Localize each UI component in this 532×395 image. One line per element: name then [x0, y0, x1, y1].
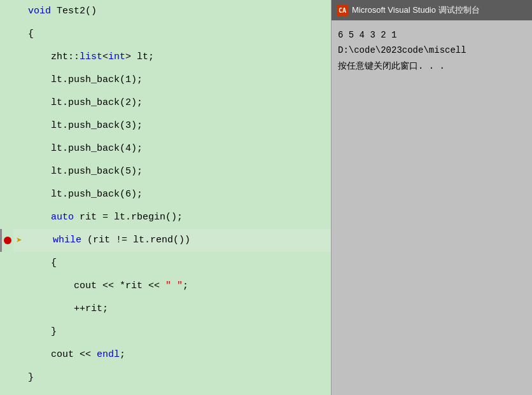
token: lt.push_back(2);	[51, 97, 143, 108]
token: int	[108, 52, 125, 62]
token: ;	[183, 281, 188, 291]
current-line-arrow	[11, 206, 23, 229]
breakpoint-area[interactable]	[2, 229, 13, 252]
token: while	[53, 235, 87, 246]
token: ;	[120, 349, 125, 360]
code-line: lt.push_back(5);	[0, 160, 331, 183]
breakpoint-area[interactable]	[0, 366, 11, 389]
current-line-arrow	[11, 298, 23, 321]
code-line: auto rit = lt.rbegin();	[0, 206, 331, 229]
console-output-line: 按任意键关闭此窗口. . .	[338, 59, 526, 73]
code-line: }	[0, 321, 331, 343]
current-line-arrow	[11, 114, 23, 137]
line-content: lt.push_back(1);	[23, 69, 143, 92]
code-line: ++rit;	[0, 298, 331, 321]
code-line: lt.push_back(1);	[0, 69, 331, 92]
code-line: lt.push_back(2);	[0, 92, 331, 114]
breakpoint-area[interactable]	[0, 23, 11, 46]
breakpoint-area[interactable]	[0, 183, 11, 206]
code-line: }	[0, 366, 331, 389]
breakpoint-area[interactable]	[0, 0, 11, 23]
code-line: ➤while (rit != lt.rend())	[0, 229, 331, 252]
breakpoint-area[interactable]	[0, 343, 11, 366]
line-content: }	[23, 366, 34, 389]
console-body: 6 5 4 3 2 1D:\code\2023code\miscell按任意键关…	[332, 20, 532, 395]
token: lt.push_back(4);	[51, 143, 143, 154]
code-line: void Test2()	[0, 0, 331, 23]
token: }	[51, 326, 57, 337]
line-content: }	[23, 321, 57, 343]
code-line: lt.push_back(4);	[0, 137, 331, 160]
token: <	[102, 52, 108, 62]
token: cout << *rit <<	[74, 281, 165, 291]
current-line-arrow	[11, 275, 23, 298]
token: lt.push_back(1);	[51, 74, 143, 85]
breakpoint-area[interactable]	[0, 46, 11, 69]
breakpoint-area[interactable]	[0, 321, 11, 343]
code-line: {	[0, 252, 331, 275]
token: zht::	[51, 52, 80, 62]
breakpoint-area[interactable]	[0, 160, 11, 183]
breakpoint-area[interactable]	[0, 206, 11, 229]
breakpoint-area[interactable]	[0, 275, 11, 298]
current-line-arrow	[11, 366, 23, 389]
breakpoint-area[interactable]	[0, 252, 11, 275]
token: (rit != lt.rend())	[87, 235, 190, 246]
code-line: cout << endl;	[0, 343, 331, 366]
line-content: lt.push_back(2);	[23, 92, 143, 114]
token: cout <<	[51, 349, 97, 360]
console-output-line: 6 5 4 3 2 1	[338, 28, 526, 42]
token: > lt;	[125, 52, 154, 62]
line-content: ++rit;	[23, 298, 108, 321]
line-content: while (rit != lt.rend())	[25, 229, 190, 252]
code-line: cout << *rit << " ";	[0, 275, 331, 298]
code-line: {	[0, 23, 331, 46]
token: void	[28, 6, 57, 17]
breakpoint-area[interactable]	[0, 92, 11, 114]
token: ++rit;	[74, 303, 108, 314]
breakpoint-dot	[4, 237, 11, 244]
token: list	[80, 52, 102, 62]
code-line: lt.push_back(6);	[0, 183, 331, 206]
breakpoint-area[interactable]	[0, 137, 11, 160]
breakpoint-area[interactable]	[0, 114, 11, 137]
token: Test2()	[57, 6, 97, 17]
console-title: Microsoft Visual Studio 调试控制台	[352, 4, 480, 16]
line-content: lt.push_back(6);	[23, 183, 143, 206]
token: {	[28, 29, 34, 39]
current-line-arrow	[11, 252, 23, 275]
console-output-line: D:\code\2023code\miscell	[338, 43, 526, 57]
code-editor-panel: void Test2(){zht::list<int> lt;lt.push_b…	[0, 0, 331, 395]
code-line: lt.push_back(3);	[0, 114, 331, 137]
console-title-bar: CA Microsoft Visual Studio 调试控制台	[332, 0, 532, 20]
token: }	[28, 372, 34, 383]
line-content: lt.push_back(3);	[23, 114, 143, 137]
breakpoint-area[interactable]	[0, 298, 11, 321]
line-content: lt.push_back(4);	[23, 137, 143, 160]
line-content: void Test2()	[23, 0, 97, 23]
token: lt.push_back(5);	[51, 166, 143, 177]
current-line-arrow: ➤	[13, 229, 25, 252]
token: rit = lt.rbegin();	[80, 212, 183, 223]
breakpoint-area[interactable]	[0, 69, 11, 92]
line-content: zht::list<int> lt;	[23, 46, 154, 69]
token: " "	[165, 281, 183, 291]
token: endl	[97, 349, 120, 360]
line-content: cout << endl;	[23, 343, 125, 366]
line-content: lt.push_back(5);	[23, 160, 143, 183]
token: lt.push_back(3);	[51, 120, 143, 131]
current-line-arrow	[11, 343, 23, 366]
code-line: zht::list<int> lt;	[0, 46, 331, 69]
current-line-arrow	[11, 160, 23, 183]
line-content: {	[23, 23, 34, 46]
current-line-arrow	[11, 183, 23, 206]
line-content: auto rit = lt.rbegin();	[23, 206, 183, 229]
current-line-arrow	[11, 137, 23, 160]
current-line-arrow	[11, 23, 23, 46]
line-content: {	[23, 252, 57, 275]
token: auto	[51, 212, 80, 223]
token: {	[51, 258, 57, 268]
current-line-arrow	[11, 0, 23, 23]
current-line-arrow	[11, 69, 23, 92]
current-line-arrow	[11, 321, 23, 343]
